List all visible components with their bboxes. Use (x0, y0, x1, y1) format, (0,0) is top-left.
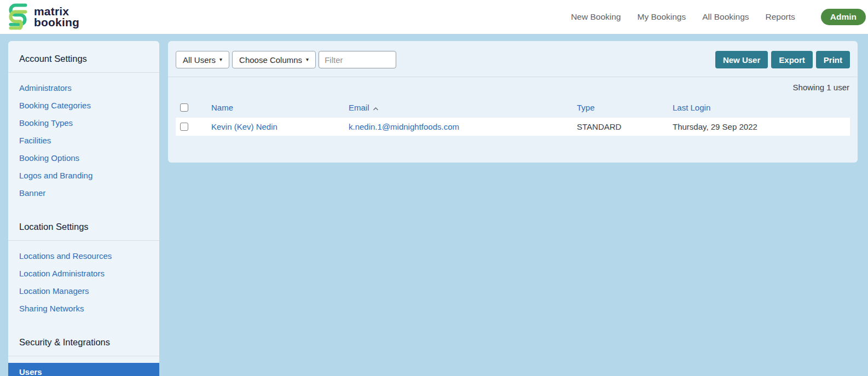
nav-reports[interactable]: Reports (766, 12, 795, 22)
sidebar-item-booking-types[interactable]: Booking Types (8, 114, 159, 132)
section-title-location-settings: Location Settings (8, 207, 159, 240)
users-table: Name Email Type Last Login Kevin (Kev) N… (176, 97, 850, 136)
top-navigation: New Booking My Bookings All Bookings Rep… (571, 9, 866, 25)
user-last-login-value: Thursday, 29 Sep 2022 (668, 122, 850, 131)
sidebar-item-location-managers[interactable]: Location Managers (8, 282, 159, 300)
admin-button[interactable]: Admin (821, 9, 866, 25)
sidebar-item-booking-categories[interactable]: Booking Categories (8, 97, 159, 114)
column-header-type[interactable]: Type (572, 103, 668, 112)
sidebar-item-facilities[interactable]: Facilities (8, 132, 159, 149)
column-header-email-label: Email (349, 103, 369, 112)
column-header-name-label: Name (211, 103, 233, 112)
user-name-link[interactable]: Kevin (Kev) Nedin (211, 122, 277, 131)
location-settings-list: Locations and Resources Location Adminis… (8, 241, 159, 323)
column-header-last-login-label: Last Login (673, 103, 710, 112)
nav-all-bookings[interactable]: All Bookings (702, 12, 749, 22)
user-email-link[interactable]: k.nedin.1@midnightfoods.com (349, 122, 459, 131)
choose-columns-dropdown[interactable]: Choose Columns ▾ (232, 51, 316, 68)
column-header-name[interactable]: Name (207, 103, 344, 112)
sidebar-item-sharing-networks[interactable]: Sharing Networks (8, 300, 159, 317)
matrix-booking-logo[interactable]: matrix booking (7, 2, 79, 32)
choose-columns-label: Choose Columns (239, 55, 302, 65)
export-button[interactable]: Export (771, 51, 813, 68)
column-header-last-login[interactable]: Last Login (668, 103, 850, 112)
user-type-dropdown[interactable]: All Users ▾ (176, 51, 229, 68)
sidebar-item-location-administrators[interactable]: Location Administrators (8, 265, 159, 282)
logo-wordmark: matrix booking (34, 6, 79, 28)
sidebar-item-booking-options[interactable]: Booking Options (8, 149, 159, 167)
sort-ascending-icon (373, 103, 379, 113)
users-toolbar: All Users ▾ Choose Columns ▾ New User Ex… (168, 41, 858, 77)
sidebar-item-locations-and-resources[interactable]: Locations and Resources (8, 247, 159, 265)
new-user-button[interactable]: New User (715, 51, 768, 68)
section-title-account-settings: Account Settings (8, 41, 159, 72)
column-header-type-label: Type (577, 103, 595, 112)
toolbar-filters: All Users ▾ Choose Columns ▾ (176, 51, 396, 68)
matrix-booking-logo-icon (7, 2, 29, 32)
user-type-value: STANDARD (572, 122, 668, 131)
row-select-cell (176, 123, 207, 131)
filter-input[interactable] (319, 51, 396, 68)
sidebar-item-administrators[interactable]: Administrators (8, 79, 159, 97)
table-row: Kevin (Kev) Nedin k.nedin.1@midnightfood… (176, 118, 850, 136)
select-all-cell (176, 103, 207, 112)
print-button[interactable]: Print (816, 51, 850, 68)
column-header-email[interactable]: Email (344, 102, 572, 113)
users-table-header: Name Email Type Last Login (176, 97, 850, 118)
select-all-checkbox[interactable] (180, 103, 188, 112)
toolbar-actions: New User Export Print (715, 51, 850, 68)
page-root: { "header": { "logo_line1": "matrix", "l… (0, 0, 868, 376)
account-settings-list: Administrators Booking Categories Bookin… (8, 73, 159, 207)
section-title-security-integrations: Security & Integrations (8, 323, 159, 356)
chevron-down-icon: ▾ (219, 57, 222, 62)
users-panel: All Users ▾ Choose Columns ▾ New User Ex… (168, 41, 858, 163)
user-type-dropdown-label: All Users (183, 55, 216, 65)
nav-new-booking[interactable]: New Booking (571, 12, 621, 22)
admin-settings-sidebar: Account Settings Administrators Booking … (8, 41, 159, 376)
app-header: matrix booking New Booking My Bookings A… (0, 0, 868, 34)
results-summary: Showing 1 user (168, 77, 858, 92)
sidebar-item-banner[interactable]: Banner (8, 184, 159, 202)
sidebar-item-users[interactable]: Users (8, 363, 159, 376)
sidebar-item-logos-and-branding[interactable]: Logos and Branding (8, 167, 159, 184)
security-integrations-list: Users Invite Users Deactivated Users (8, 356, 159, 376)
row-checkbox[interactable] (180, 123, 188, 131)
nav-my-bookings[interactable]: My Bookings (637, 12, 686, 22)
chevron-down-icon: ▾ (306, 57, 309, 62)
